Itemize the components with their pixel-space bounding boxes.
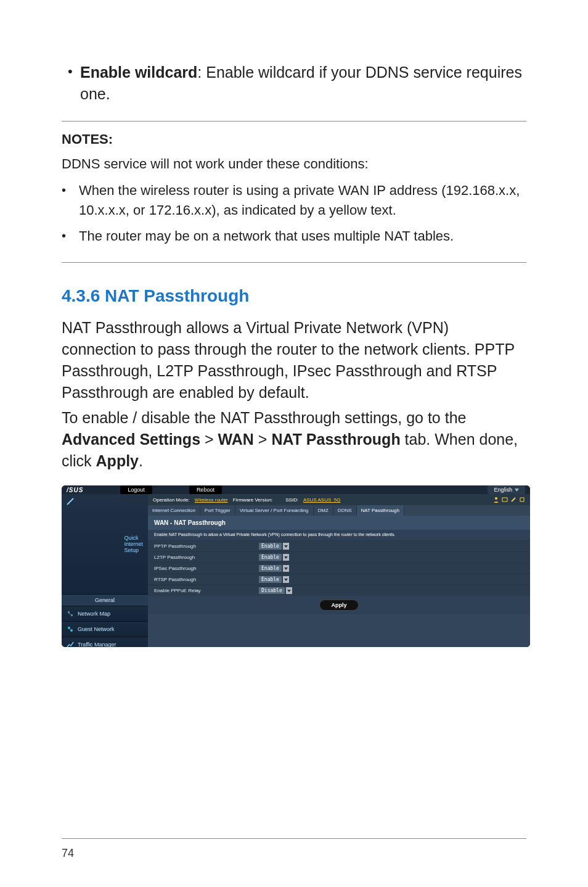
bullet-dot: •: [62, 226, 79, 245]
row-ipsec: IPSec Passthrough Enable: [148, 563, 530, 574]
language-select[interactable]: English: [488, 485, 525, 494]
svg-point-6: [70, 629, 73, 632]
svg-line-4: [68, 613, 71, 615]
chevron-down-icon: [286, 587, 292, 594]
usb-status-icon[interactable]: [510, 497, 517, 503]
svg-marker-14: [284, 556, 288, 559]
svg-marker-0: [515, 489, 519, 492]
page-number: 74: [62, 847, 74, 860]
sidebar-item-label: Network Map: [78, 611, 110, 617]
bullet-dot: •: [62, 62, 80, 81]
router-screenshot: /SUS Logout Reboot English Quick Interne…: [62, 485, 530, 647]
footer-rule: [62, 838, 526, 839]
wand-icon: [67, 498, 120, 590]
top-bar: /SUS Logout Reboot English: [62, 485, 530, 494]
notes-item-2: • The router may be on a network that us…: [62, 226, 526, 246]
paragraph-2: To enable / disable the NAT Passthrough …: [62, 407, 526, 472]
row-l2tp: L2TP Passthrough Enable: [148, 551, 530, 563]
svg-point-5: [68, 627, 70, 629]
row-pppoe-relay: Enable PPPoE Relay Disable: [148, 585, 530, 596]
svg-line-1: [67, 498, 73, 505]
paragraph-1: NAT Passthrough allows a Virtual Private…: [62, 317, 526, 403]
sidebar-item-label: Traffic Manager: [78, 642, 116, 647]
guest-network-icon: [67, 625, 74, 633]
mail-icon[interactable]: [502, 497, 508, 503]
notes-box: NOTES: DDNS service will not work under …: [62, 121, 526, 263]
network-map-icon: [67, 610, 74, 617]
notes-item-1: • When the wireless router is using a pr…: [62, 181, 526, 220]
panel-title: WAN - NAT Passthrough: [148, 516, 530, 530]
tab-port-trigger[interactable]: Port Trigger: [200, 505, 235, 516]
intro-bullet: • Enable wildcard: Enable wildcard if yo…: [62, 62, 526, 105]
bullet-dot: •: [62, 181, 79, 199]
row-rtsp: RTSP Passthrough Enable: [148, 574, 530, 585]
sidebar-general-header: General: [62, 595, 148, 606]
apply-row: Apply: [148, 596, 530, 614]
chevron-down-icon: [283, 576, 289, 583]
ssid-link[interactable]: ASUS ASUS_5G: [303, 497, 340, 503]
chevron-down-icon: [515, 489, 519, 492]
tab-virtual-server[interactable]: Virtual Server / Port Forwarding: [235, 505, 314, 516]
notes-sub: DDNS service will not work under these c…: [62, 156, 526, 172]
sidebar-quick-setup[interactable]: Quick Internet Setup: [62, 494, 148, 595]
svg-marker-13: [284, 545, 288, 548]
rtsp-select[interactable]: Enable: [259, 576, 289, 583]
row-label: PPTP Passthrough: [154, 543, 259, 549]
apply-button[interactable]: Apply: [319, 600, 358, 611]
sidebar-item-guest-network[interactable]: Guest Network: [62, 622, 148, 637]
row-pptp: PPTP Passthrough Enable: [148, 540, 530, 551]
tab-nat-passthrough[interactable]: NAT Passthrough: [357, 505, 404, 516]
asus-logo: /SUS: [67, 487, 83, 493]
pptp-select[interactable]: Enable: [259, 543, 289, 550]
chevron-down-icon: [283, 554, 289, 561]
sidebar-item-traffic-manager[interactable]: Traffic Manager: [62, 637, 148, 647]
op-mode-link[interactable]: Wireless router: [195, 497, 228, 503]
svg-marker-17: [287, 590, 291, 592]
tab-bar: Internet Connection Port Trigger Virtual…: [148, 505, 530, 516]
tab-dmz[interactable]: DMZ: [314, 505, 333, 516]
notes-item-text: The router may be on a network that uses…: [79, 226, 526, 246]
panel-description: Enable NAT Passthrough to allow a Virtua…: [148, 530, 530, 540]
notes-title: NOTES:: [62, 131, 526, 147]
tab-internet-connection[interactable]: Internet Connection: [148, 505, 200, 516]
row-label: RTSP Passthrough: [154, 577, 259, 582]
intro-text: Enable wildcard: Enable wildcard if your…: [80, 62, 526, 105]
chevron-down-icon: [283, 543, 289, 550]
chevron-down-icon: [283, 565, 289, 572]
row-label: Enable PPPoE Relay: [154, 588, 259, 593]
svg-rect-12: [520, 498, 524, 501]
device-icon[interactable]: [519, 497, 525, 503]
section-title: 4.3.6 NAT Passthrough: [62, 286, 526, 306]
svg-rect-11: [502, 498, 507, 501]
panel: WAN - NAT Passthrough Enable NAT Passthr…: [148, 516, 530, 647]
svg-marker-15: [284, 567, 288, 570]
svg-rect-2: [68, 611, 70, 613]
intro-term: Enable wildcard: [80, 64, 197, 81]
user-icon[interactable]: [493, 497, 499, 503]
svg-point-10: [495, 497, 497, 500]
svg-marker-16: [284, 579, 288, 581]
row-label: IPSec Passthrough: [154, 566, 259, 571]
tab-ddns[interactable]: DDNS: [333, 505, 357, 516]
pppoe-relay-select[interactable]: Disable: [259, 587, 292, 594]
main-panel: Operation Mode: Wireless router Firmware…: [148, 494, 530, 647]
sidebar-item-network-map[interactable]: Network Map: [62, 606, 148, 622]
traffic-icon: [67, 641, 74, 647]
logout-button[interactable]: Logout: [120, 485, 152, 494]
sidebar: Quick Internet Setup General Network Map…: [62, 494, 148, 647]
row-label: L2TP Passthrough: [154, 555, 259, 560]
notes-item-text: When the wireless router is using a priv…: [79, 181, 526, 220]
l2tp-select[interactable]: Enable: [259, 554, 289, 561]
sidebar-item-label: Guest Network: [78, 626, 115, 632]
info-row: Operation Mode: Wireless router Firmware…: [148, 494, 530, 505]
reboot-button[interactable]: Reboot: [189, 485, 222, 494]
ipsec-select[interactable]: Enable: [259, 565, 289, 572]
